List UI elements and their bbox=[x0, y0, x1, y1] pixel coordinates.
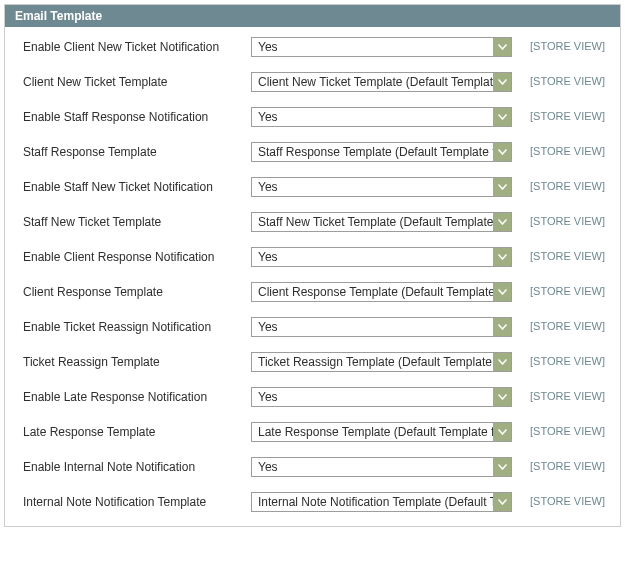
chevron-down-icon bbox=[493, 458, 511, 476]
scope-label: [STORE VIEW] bbox=[512, 317, 605, 332]
chevron-down-icon bbox=[493, 213, 511, 231]
chevron-down-icon bbox=[493, 388, 511, 406]
row-late-response-template: Late Response Template Late Response Tem… bbox=[23, 422, 602, 442]
row-enable-ticket-reassign: Enable Ticket Reassign Notification Yes … bbox=[23, 317, 602, 337]
field-label: Staff Response Template bbox=[23, 142, 251, 161]
select-value: Client Response Template (Default Templa… bbox=[258, 285, 512, 299]
scope-label: [STORE VIEW] bbox=[512, 107, 605, 122]
select-value: Yes bbox=[258, 40, 278, 54]
panel-body: Enable Client New Ticket Notification Ye… bbox=[5, 27, 620, 526]
row-enable-internal-note: Enable Internal Note Notification Yes [S… bbox=[23, 457, 602, 477]
field-label: Enable Client Response Notification bbox=[23, 247, 251, 266]
row-enable-staff-new-ticket: Enable Staff New Ticket Notification Yes… bbox=[23, 177, 602, 197]
select-value: Yes bbox=[258, 390, 278, 404]
field-label: Enable Staff Response Notification bbox=[23, 107, 251, 126]
select-client-new-ticket-template[interactable]: Client New Ticket Template (Default Temp… bbox=[251, 72, 512, 92]
chevron-down-icon bbox=[493, 38, 511, 56]
chevron-down-icon bbox=[493, 318, 511, 336]
chevron-down-icon bbox=[493, 143, 511, 161]
select-value: Yes bbox=[258, 250, 278, 264]
row-ticket-reassign-template: Ticket Reassign Template Ticket Reassign… bbox=[23, 352, 602, 372]
scope-label: [STORE VIEW] bbox=[512, 177, 605, 192]
row-enable-client-response: Enable Client Response Notification Yes … bbox=[23, 247, 602, 267]
scope-label: [STORE VIEW] bbox=[512, 247, 605, 262]
select-staff-new-ticket-template[interactable]: Staff New Ticket Template (Default Templ… bbox=[251, 212, 512, 232]
field-label: Enable Client New Ticket Notification bbox=[23, 37, 251, 56]
scope-label: [STORE VIEW] bbox=[512, 142, 605, 157]
chevron-down-icon bbox=[493, 493, 511, 511]
select-enable-client-response[interactable]: Yes bbox=[251, 247, 512, 267]
email-template-panel: Email Template Enable Client New Ticket … bbox=[4, 4, 621, 527]
scope-label: [STORE VIEW] bbox=[512, 282, 605, 297]
select-enable-client-new-ticket[interactable]: Yes bbox=[251, 37, 512, 57]
scope-label: [STORE VIEW] bbox=[512, 387, 605, 402]
panel-title: Email Template bbox=[5, 5, 620, 27]
select-value: Ticket Reassign Template (Default Templa… bbox=[258, 355, 512, 369]
chevron-down-icon bbox=[493, 73, 511, 91]
row-client-new-ticket-template: Client New Ticket Template Client New Ti… bbox=[23, 72, 602, 92]
field-label: Enable Late Response Notification bbox=[23, 387, 251, 406]
select-internal-note-template[interactable]: Internal Note Notification Template (Def… bbox=[251, 492, 512, 512]
select-enable-late-response[interactable]: Yes bbox=[251, 387, 512, 407]
field-label: Internal Note Notification Template bbox=[23, 492, 251, 511]
row-staff-new-ticket-template: Staff New Ticket Template Staff New Tick… bbox=[23, 212, 602, 232]
chevron-down-icon bbox=[493, 178, 511, 196]
select-staff-response-template[interactable]: Staff Response Template (Default Templat… bbox=[251, 142, 512, 162]
scope-label: [STORE VIEW] bbox=[512, 212, 605, 227]
field-label: Ticket Reassign Template bbox=[23, 352, 251, 371]
select-value: Internal Note Notification Template (Def… bbox=[258, 495, 512, 509]
select-ticket-reassign-template[interactable]: Ticket Reassign Template (Default Templa… bbox=[251, 352, 512, 372]
field-label: Late Response Template bbox=[23, 422, 251, 441]
scope-label: [STORE VIEW] bbox=[512, 492, 605, 507]
scope-label: [STORE VIEW] bbox=[512, 457, 605, 472]
field-label: Client New Ticket Template bbox=[23, 72, 251, 91]
select-value: Client New Ticket Template (Default Temp… bbox=[258, 75, 512, 89]
chevron-down-icon bbox=[493, 283, 511, 301]
row-staff-response-template: Staff Response Template Staff Response T… bbox=[23, 142, 602, 162]
scope-label: [STORE VIEW] bbox=[512, 72, 605, 87]
select-value: Late Response Template (Default Template… bbox=[258, 425, 512, 439]
field-label: Enable Internal Note Notification bbox=[23, 457, 251, 476]
select-value: Yes bbox=[258, 180, 278, 194]
chevron-down-icon bbox=[493, 248, 511, 266]
row-internal-note-template: Internal Note Notification Template Inte… bbox=[23, 492, 602, 512]
chevron-down-icon bbox=[493, 353, 511, 371]
select-client-response-template[interactable]: Client Response Template (Default Templa… bbox=[251, 282, 512, 302]
select-enable-internal-note[interactable]: Yes bbox=[251, 457, 512, 477]
chevron-down-icon bbox=[493, 108, 511, 126]
row-client-response-template: Client Response Template Client Response… bbox=[23, 282, 602, 302]
chevron-down-icon bbox=[493, 423, 511, 441]
select-value: Yes bbox=[258, 110, 278, 124]
row-enable-client-new-ticket: Enable Client New Ticket Notification Ye… bbox=[23, 37, 602, 57]
select-value: Yes bbox=[258, 320, 278, 334]
select-enable-ticket-reassign[interactable]: Yes bbox=[251, 317, 512, 337]
field-label: Staff New Ticket Template bbox=[23, 212, 251, 231]
row-enable-staff-response: Enable Staff Response Notification Yes [… bbox=[23, 107, 602, 127]
field-label: Client Response Template bbox=[23, 282, 251, 301]
select-late-response-template[interactable]: Late Response Template (Default Template… bbox=[251, 422, 512, 442]
select-value: Staff Response Template (Default Templat… bbox=[258, 145, 512, 159]
row-enable-late-response: Enable Late Response Notification Yes [S… bbox=[23, 387, 602, 407]
select-value: Yes bbox=[258, 460, 278, 474]
field-label: Enable Staff New Ticket Notification bbox=[23, 177, 251, 196]
scope-label: [STORE VIEW] bbox=[512, 352, 605, 367]
scope-label: [STORE VIEW] bbox=[512, 422, 605, 437]
select-value: Staff New Ticket Template (Default Templ… bbox=[258, 215, 512, 229]
select-enable-staff-response[interactable]: Yes bbox=[251, 107, 512, 127]
select-enable-staff-new-ticket[interactable]: Yes bbox=[251, 177, 512, 197]
scope-label: [STORE VIEW] bbox=[512, 37, 605, 52]
field-label: Enable Ticket Reassign Notification bbox=[23, 317, 251, 336]
